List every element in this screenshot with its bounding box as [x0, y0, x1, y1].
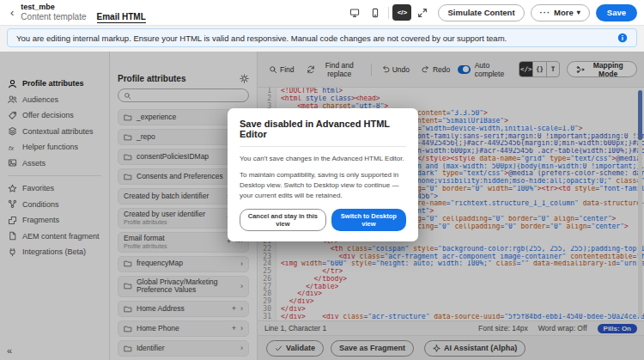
top-header: ‹ test_mbe Content template Email HTML <… — [0, 0, 644, 26]
chevron-down-icon: ▾ — [577, 9, 580, 16]
switch-desktop-button[interactable]: Switch to Desktop view — [331, 209, 406, 231]
back-button[interactable]: ‹ — [7, 6, 17, 19]
dialog-actions: Cancel and stay in this view Switch to D… — [240, 209, 406, 231]
cancel-stay-button[interactable]: Cancel and stay in this view — [240, 209, 326, 231]
app-window: ‹ test_mbe Content template Email HTML <… — [0, 0, 644, 360]
tab-bar: Content template Email HTML — [21, 12, 145, 23]
tab-content-template[interactable]: Content template — [21, 12, 86, 23]
more-button-label: More — [554, 8, 574, 17]
view-toggle-group: </> — [345, 4, 432, 21]
dialog-paragraph: You can't save changes in the Advanced H… — [240, 154, 406, 164]
code-view-button[interactable]: </> — [392, 4, 411, 21]
title-block: test_mbe Content template Email HTML — [21, 3, 145, 23]
save-button[interactable]: Save — [596, 4, 637, 21]
info-icon — [617, 33, 628, 43]
more-button[interactable]: ··· More ▾ — [531, 4, 590, 21]
header-actions: </> Simulate Content ··· More ▾ Save — [345, 4, 637, 21]
save-disabled-dialog: Save disabled in Advanced HTML Editor Yo… — [228, 108, 418, 241]
dialog-paragraph: To maintain compatibility, saving is onl… — [240, 170, 406, 201]
tab-email-html[interactable]: Email HTML — [97, 12, 146, 23]
desktop-view-button[interactable] — [345, 4, 364, 21]
simulate-content-button[interactable]: Simulate Content — [438, 4, 524, 21]
mobile-view-button[interactable] — [366, 4, 385, 21]
expand-view-button[interactable] — [413, 4, 432, 21]
info-banner: You are editing internal markup. Ensure … — [7, 28, 637, 47]
page-title: test_mbe — [21, 3, 145, 11]
info-banner-text: You are editing internal markup. Ensure … — [16, 34, 507, 43]
dialog-title: Save disabled in Advanced HTML Editor — [240, 119, 406, 147]
divider — [388, 7, 389, 19]
more-dots-icon: ··· — [540, 8, 551, 17]
